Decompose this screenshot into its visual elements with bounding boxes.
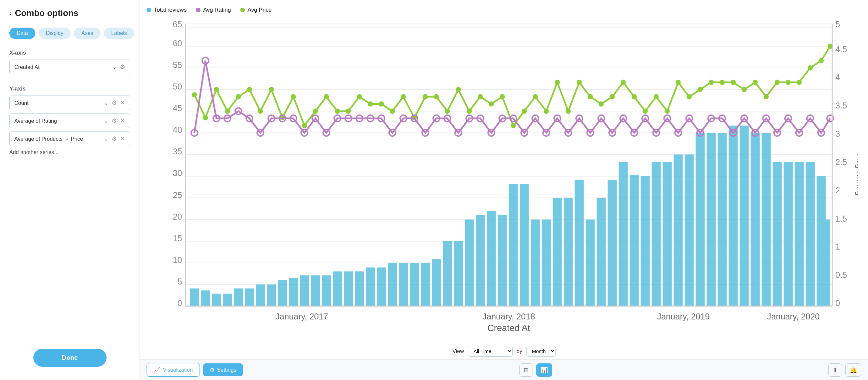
svg-point-149 xyxy=(731,79,736,85)
svg-rect-79 xyxy=(608,180,617,306)
svg-point-126 xyxy=(477,94,483,100)
svg-text:55: 55 xyxy=(173,60,182,70)
svg-rect-55 xyxy=(344,272,353,307)
by-select[interactable]: Month Week Day Year xyxy=(526,346,556,357)
price-close-icon[interactable]: ✕ xyxy=(120,135,125,142)
tab-labels[interactable]: Labels xyxy=(104,28,134,39)
table-view-button[interactable]: ⊞ xyxy=(519,364,533,377)
svg-point-101 xyxy=(203,115,208,120)
svg-text:January, 2019: January, 2019 xyxy=(657,311,710,321)
svg-point-116 xyxy=(368,102,373,107)
svg-point-132 xyxy=(544,108,549,114)
table-icon: ⊞ xyxy=(524,366,529,374)
tab-axes[interactable]: Axes xyxy=(74,28,101,39)
svg-text:30: 30 xyxy=(173,168,182,178)
legend-label-price: Avg Price xyxy=(247,7,272,13)
svg-point-115 xyxy=(357,94,362,100)
svg-point-109 xyxy=(291,94,296,100)
svg-rect-42 xyxy=(201,290,210,306)
svg-text:25: 25 xyxy=(173,190,182,199)
done-button[interactable]: Done xyxy=(33,349,106,367)
price-chevron-icon: ⌄ xyxy=(104,136,108,142)
svg-rect-81 xyxy=(630,175,639,307)
svg-rect-67 xyxy=(476,215,485,306)
svg-point-121 xyxy=(423,94,428,100)
svg-point-127 xyxy=(489,102,494,107)
svg-point-142 xyxy=(653,94,659,100)
price-gear-icon[interactable]: ⚙ xyxy=(112,135,117,142)
legend-total-reviews: Total reviews xyxy=(147,7,187,13)
svg-point-112 xyxy=(324,94,329,100)
view-controls: View All Time Last 7 Days Last 30 Days L… xyxy=(140,342,868,359)
rating-gear-icon[interactable]: ⚙ xyxy=(112,117,117,125)
svg-text:50: 50 xyxy=(173,82,182,91)
xaxis-dropdown-row[interactable]: Created At ⌄ ⚙ xyxy=(9,60,130,74)
svg-rect-54 xyxy=(333,272,342,307)
download-button[interactable]: ⬇ xyxy=(828,364,842,377)
sidebar: ‹ Combo options Data Display Axes Labels… xyxy=(0,0,140,380)
svg-text:5: 5 xyxy=(178,277,182,286)
svg-rect-65 xyxy=(454,241,463,306)
yaxis-count-row[interactable]: Count ⌄ ⚙ ✕ xyxy=(9,96,130,110)
main-content: Total reviews Avg Rating Avg Price 0 5 xyxy=(140,0,868,380)
svg-text:2.5: 2.5 xyxy=(835,158,847,167)
tab-display[interactable]: Display xyxy=(39,28,71,39)
svg-rect-78 xyxy=(597,198,606,307)
alert-button[interactable]: 🔔 xyxy=(845,364,861,377)
yaxis-rating-row[interactable]: Average of Rating ⌄ ⚙ ✕ xyxy=(9,113,130,128)
chart-legend: Total reviews Avg Rating Avg Price xyxy=(147,7,858,13)
svg-point-131 xyxy=(533,94,538,100)
rating-close-icon[interactable]: ✕ xyxy=(120,117,125,125)
svg-rect-50 xyxy=(289,278,298,306)
legend-avg-price: Avg Price xyxy=(240,7,272,13)
sidebar-header: ‹ Combo options xyxy=(9,8,130,18)
back-button[interactable]: ‹ xyxy=(9,9,12,17)
count-gear-icon[interactable]: ⚙ xyxy=(112,99,117,106)
visualization-icon: 📈 xyxy=(154,367,160,373)
svg-text:45: 45 xyxy=(173,103,182,113)
tab-data[interactable]: Data xyxy=(9,28,35,39)
svg-text:Avg Rating: Avg Rating xyxy=(855,154,858,196)
download-icon: ⬇ xyxy=(833,366,838,374)
yaxis-price-select[interactable]: Average of Products → Price xyxy=(14,136,104,142)
svg-rect-66 xyxy=(465,219,474,306)
svg-point-128 xyxy=(500,94,505,100)
svg-rect-68 xyxy=(487,211,496,306)
svg-rect-53 xyxy=(322,275,331,306)
chart-view-button[interactable]: 📊 xyxy=(536,364,552,377)
yaxis-rating-select[interactable]: Average of Rating xyxy=(14,118,104,124)
svg-point-157 xyxy=(819,58,824,63)
legend-label-rating: Avg Rating xyxy=(203,7,231,13)
svg-point-144 xyxy=(676,79,681,85)
svg-text:1: 1 xyxy=(835,242,840,251)
xaxis-label: X-axis xyxy=(9,49,130,56)
chart-area: Total reviews Avg Rating Avg Price 0 5 xyxy=(140,0,868,342)
view-select[interactable]: All Time Last 7 Days Last 30 Days Last Y… xyxy=(468,346,513,357)
svg-point-105 xyxy=(247,87,252,92)
count-close-icon[interactable]: ✕ xyxy=(120,99,125,106)
svg-point-124 xyxy=(456,87,461,92)
svg-text:35: 35 xyxy=(173,147,182,156)
svg-point-117 xyxy=(379,102,384,107)
settings-icon: ⚙ xyxy=(210,367,215,373)
svg-rect-61 xyxy=(410,263,419,306)
xaxis-gear-icon[interactable]: ⚙ xyxy=(120,63,125,71)
svg-rect-62 xyxy=(421,263,430,306)
svg-point-110 xyxy=(302,123,307,129)
svg-point-100 xyxy=(192,92,197,98)
sidebar-title: Combo options xyxy=(15,8,79,18)
svg-text:20: 20 xyxy=(173,212,182,221)
svg-text:0: 0 xyxy=(835,299,840,308)
xaxis-select[interactable]: Created At xyxy=(14,64,112,70)
svg-rect-57 xyxy=(366,268,375,306)
tab-group: Data Display Axes Labels xyxy=(9,28,130,39)
count-chevron-icon: ⌄ xyxy=(104,100,108,106)
yaxis-price-row[interactable]: Average of Products → Price ⌄ ⚙ ✕ xyxy=(9,132,130,146)
svg-point-137 xyxy=(598,102,604,107)
svg-rect-46 xyxy=(245,288,254,306)
yaxis-count-select[interactable]: Count xyxy=(14,100,104,106)
add-series-link[interactable]: Add another series... xyxy=(9,149,130,156)
svg-rect-86 xyxy=(685,154,694,306)
settings-button[interactable]: ⚙ Settings xyxy=(203,364,243,376)
visualization-button[interactable]: 📈 Visualization xyxy=(147,363,200,377)
